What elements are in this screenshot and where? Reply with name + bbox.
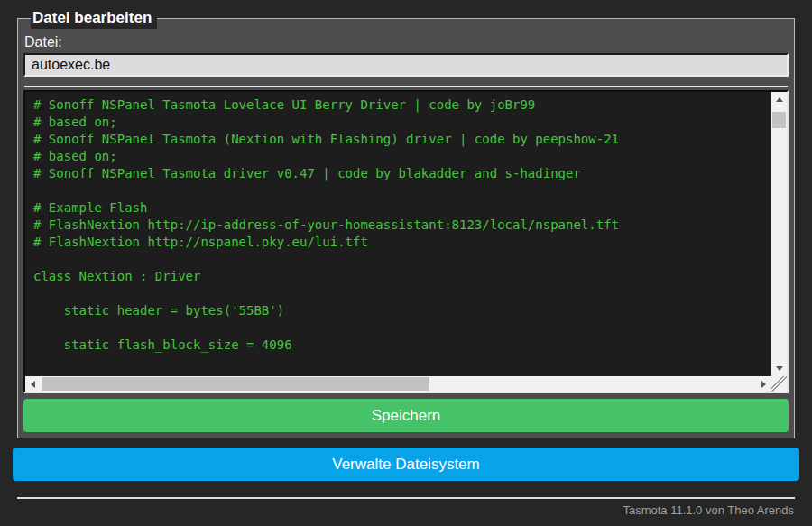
resize-grip-icon[interactable] [771,376,787,392]
code-editor-content[interactable]: # Sonoff NSPanel Tasmota Lovelace UI Ber… [25,92,787,392]
vertical-scrollbar[interactable] [771,92,787,376]
manage-filesystem-section: Verwalte Dateisystem [13,448,799,481]
footer: Tasmota 11.1.0 von Theo Arends [13,497,799,517]
panel-title: Datei bearbeiten [31,7,157,29]
horizontal-scrollbar-thumb[interactable] [42,377,429,391]
tasmota-edit-file-page: Datei bearbeiten Datei: # Sonoff NSPanel… [0,0,812,517]
scroll-down-icon[interactable] [771,361,787,376]
scroll-right-icon[interactable] [756,376,771,392]
panel-divider [24,86,788,87]
file-name-input[interactable] [23,53,789,77]
file-name-label: Datei: [24,34,788,51]
save-button[interactable]: Speichern [23,399,789,432]
manage-filesystem-button[interactable]: Verwalte Dateisystem [13,448,799,481]
horizontal-scrollbar[interactable] [25,376,771,392]
vertical-scrollbar-thumb[interactable] [772,112,786,128]
scroll-up-icon[interactable] [771,92,787,107]
version-text: Tasmota 11.1.0 von Theo Arends [13,499,799,517]
code-editor[interactable]: # Sonoff NSPanel Tasmota Lovelace UI Ber… [23,90,789,393]
scroll-left-icon[interactable] [25,376,41,392]
edit-file-panel: Datei bearbeiten Datei: # Sonoff NSPanel… [17,7,795,438]
